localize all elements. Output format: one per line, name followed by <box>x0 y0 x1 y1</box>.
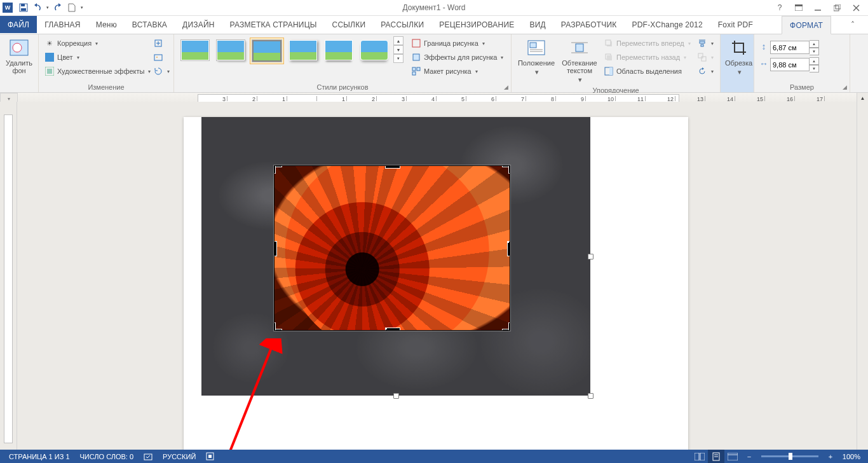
zoom-in-button[interactable]: + <box>822 450 839 463</box>
tab-file[interactable]: ФАЙЛ <box>0 16 37 33</box>
zoom-out-button[interactable]: − <box>741 450 757 463</box>
svg-point-17 <box>156 57 158 58</box>
size-dialog-launcher[interactable]: ◢ <box>841 83 848 91</box>
height-input[interactable] <box>770 41 810 54</box>
selection-handle-r[interactable] <box>588 254 593 259</box>
picture-style-1[interactable] <box>179 38 212 63</box>
height-up[interactable]: ▲ <box>810 40 819 48</box>
zoom-slider-handle[interactable] <box>789 453 792 460</box>
picture-layout-button[interactable]: Макет рисунка▾ <box>409 64 506 78</box>
qat-customize-icon[interactable]: ▾ <box>79 1 85 15</box>
status-page[interactable]: СТРАНИЦА 1 ИЗ 1 <box>4 450 75 463</box>
picture-border-button[interactable]: Граница рисунка▾ <box>409 36 506 50</box>
vertical-scrollbar[interactable] <box>857 102 868 450</box>
wrap-text-button[interactable]: Обтекание текстом▾ <box>558 36 601 85</box>
view-web-layout[interactable] <box>724 450 741 463</box>
zoom-level[interactable]: 100% <box>839 450 864 463</box>
tab-foxit[interactable]: Foxit PDF <box>710 16 761 33</box>
ribbon-display-icon[interactable] <box>789 1 808 15</box>
qat-redo-icon[interactable] <box>51 1 65 15</box>
gallery-up-icon[interactable]: ▲ <box>393 36 403 45</box>
crop-handle-br[interactable] <box>502 322 510 331</box>
svg-rect-50 <box>728 453 738 460</box>
qat-new-doc-icon[interactable] <box>65 1 79 15</box>
vertical-ruler[interactable] <box>0 102 17 450</box>
gallery-down-icon[interactable]: ▼ <box>393 45 403 54</box>
crop-handle-tl[interactable] <box>274 165 282 174</box>
bring-forward-icon <box>604 38 614 48</box>
view-read-mode[interactable] <box>691 450 708 463</box>
tab-insert[interactable]: ВСТАВКА <box>125 16 175 33</box>
picture-style-4[interactable] <box>287 38 320 63</box>
tab-menu[interactable]: Меню <box>88 16 125 33</box>
corrections-button[interactable]: ☀Коррекция▾ <box>42 36 100 50</box>
view-print-layout[interactable] <box>708 450 724 463</box>
height-down[interactable]: ▼ <box>810 48 819 55</box>
align-button[interactable]: ▾ <box>696 36 715 50</box>
svg-rect-6 <box>834 6 839 11</box>
picture-style-6[interactable] <box>358 38 391 63</box>
svg-rect-14 <box>47 69 52 74</box>
position-button[interactable]: Положение▾ <box>515 36 558 77</box>
compress-icon <box>153 38 163 48</box>
crop-handle-r[interactable] <box>507 241 510 256</box>
tab-pdfxchange[interactable]: PDF-XChange 2012 <box>625 16 710 33</box>
qat-undo-icon[interactable] <box>31 1 44 15</box>
picture-object[interactable] <box>201 117 590 396</box>
status-word-count[interactable]: ЧИСЛО СЛОВ: 0 <box>75 450 139 463</box>
tab-home[interactable]: ГЛАВНАЯ <box>37 16 88 33</box>
minimize-icon[interactable] <box>808 1 827 15</box>
picture-style-3[interactable] <box>250 38 284 64</box>
selection-handle-b[interactable] <box>393 393 399 399</box>
status-proofing-icon[interactable] <box>139 450 158 463</box>
crop-handle-tr[interactable] <box>502 165 510 174</box>
tab-design[interactable]: ДИЗАЙН <box>175 16 222 33</box>
artistic-effects-button[interactable]: Художественные эффекты▾ <box>42 64 153 78</box>
styles-dialog-launcher[interactable]: ◢ <box>502 83 510 91</box>
crop-handle-bl[interactable] <box>274 322 282 331</box>
word-app-icon: W <box>3 3 13 13</box>
picture-style-5[interactable] <box>322 38 355 63</box>
help-icon[interactable]: ? <box>770 1 789 15</box>
tab-format[interactable]: ФОРМАТ <box>782 16 831 34</box>
flower-image <box>274 165 510 331</box>
crop-handle-l[interactable] <box>274 241 277 256</box>
workspace <box>0 102 868 450</box>
crop-handle-b[interactable] <box>385 328 400 331</box>
crop-handle-t[interactable] <box>385 165 400 169</box>
tab-references[interactable]: ССЫЛКИ <box>325 16 374 33</box>
color-button[interactable]: Цвет▾ <box>42 50 82 64</box>
svg-rect-38 <box>701 45 703 46</box>
reset-picture-button[interactable]: ▾ <box>152 64 171 78</box>
close-icon[interactable] <box>846 1 865 15</box>
crop-button[interactable]: Обрезка▾ <box>724 36 754 77</box>
qat-save-icon[interactable] <box>17 1 31 15</box>
width-up[interactable]: ▲ <box>810 57 819 65</box>
document-area[interactable] <box>17 102 857 450</box>
tab-developer[interactable]: РАЗРАБОТЧИК <box>553 16 625 33</box>
tab-review[interactable]: РЕЦЕНЗИРОВАНИЕ <box>431 16 522 33</box>
tab-mailings[interactable]: РАССЫЛКИ <box>373 16 431 33</box>
width-down[interactable]: ▼ <box>810 65 819 73</box>
remove-background-button[interactable]: Удалить фон <box>3 36 35 76</box>
selection-pane-button[interactable]: Область выделения <box>601 64 693 78</box>
tab-layout[interactable]: РАЗМЕТКА СТРАНИЦЫ <box>222 16 325 33</box>
picture-effects-button[interactable]: Эффекты для рисунка▾ <box>409 50 506 64</box>
picture-style-2[interactable] <box>214 38 247 63</box>
maximize-icon[interactable] <box>827 1 846 15</box>
collapse-ribbon-icon[interactable]: ˄ <box>837 16 868 33</box>
rotate-button[interactable]: ▾ <box>696 64 715 78</box>
crop-region[interactable] <box>274 165 510 331</box>
compress-pictures-button[interactable] <box>152 36 165 50</box>
status-macro-icon[interactable] <box>201 450 219 463</box>
adjust-group-label: Изменение <box>39 82 173 92</box>
group-icon <box>697 52 707 62</box>
qat-undo-menu-icon[interactable]: ▾ <box>44 1 51 15</box>
tab-view[interactable]: ВИД <box>522 16 553 33</box>
selection-handle-br[interactable] <box>588 393 593 399</box>
zoom-slider[interactable] <box>761 455 818 457</box>
width-input[interactable] <box>770 58 810 71</box>
status-language[interactable]: РУССКИЙ <box>158 450 201 463</box>
change-picture-button[interactable] <box>152 50 165 64</box>
gallery-more-icon[interactable]: ▾ <box>393 54 403 63</box>
